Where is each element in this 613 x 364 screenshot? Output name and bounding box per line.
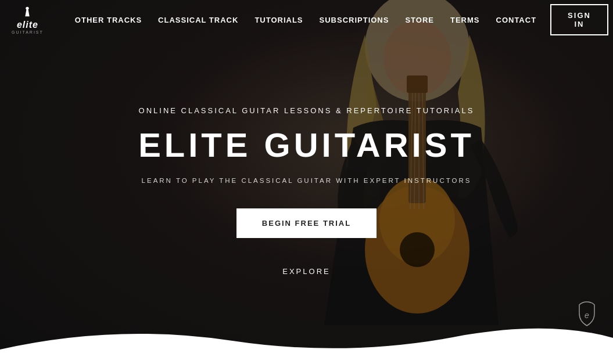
nav-links: OTHER TRACKS CLASSICAL TRACK TUTORIALS S… (67, 10, 544, 30)
logo-text: elite (17, 20, 38, 30)
hero-content: ONLINE CLASSICAL GUITAR LESSONS & REPERT… (0, 0, 613, 364)
sign-in-button[interactable]: SIGN IN (550, 4, 608, 35)
hero-tagline: LEARN TO PLAY THE CLASSICAL GUITAR WITH … (142, 177, 472, 184)
nav-item-classical-track[interactable]: CLASSICAL TRACK (150, 10, 246, 30)
logo[interactable]: elite guitarist (12, 6, 44, 34)
nav-item-tutorials[interactable]: TUTORIALS (246, 10, 311, 30)
nav-item-terms[interactable]: TERMS (442, 10, 488, 30)
hero-title: ELITE GUITARIST (138, 125, 475, 164)
bottom-right-icon: e (578, 301, 596, 329)
nav-item-contact[interactable]: CONTACT (488, 10, 545, 30)
nav-item-other-tracks[interactable]: OTHER TRACKS (67, 10, 150, 30)
nav-item-store[interactable]: STORE (397, 10, 442, 30)
logo-subtext: guitarist (12, 30, 44, 34)
nav-item-subscriptions[interactable]: SUBSCRIPTIONS (311, 10, 397, 30)
hero-subtitle: ONLINE CLASSICAL GUITAR LESSONS & REPERT… (139, 106, 475, 115)
navigation: elite guitarist OTHER TRACKS CLASSICAL T… (0, 0, 613, 39)
svg-text:e: e (585, 311, 589, 320)
explore-label: EXPLORE (282, 267, 330, 276)
hero-section: elite guitarist OTHER TRACKS CLASSICAL T… (0, 0, 613, 364)
shield-bottom-icon: e (578, 301, 596, 327)
begin-free-trial-button[interactable]: BEGIN FREE TRIAL (236, 208, 377, 238)
logo-icon (21, 6, 34, 19)
